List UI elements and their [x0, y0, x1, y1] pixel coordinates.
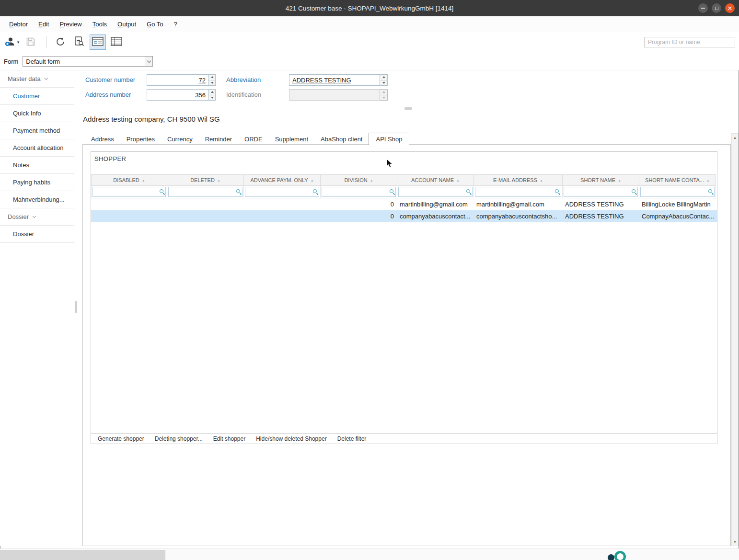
menu-preview[interactable]: Preview — [54, 19, 87, 30]
cell-disabled — [91, 198, 167, 210]
abbreviation-spinner[interactable] — [380, 74, 388, 86]
window-title: 421 Customer base - SHOPAPI_WebwirkungGm… — [286, 5, 454, 12]
sidebar-item-payment-method[interactable]: Payment method — [0, 122, 74, 139]
magnifier-icon — [160, 189, 163, 193]
scroll-down-arrow-icon[interactable]: ▼ — [732, 538, 738, 545]
sidebar: Master data Customer Quick Info Payment … — [0, 70, 74, 546]
form-combobox[interactable]: Default form — [23, 56, 153, 67]
form-view-button[interactable] — [90, 34, 106, 50]
column-header-account-name[interactable]: ACCOUNT NAME▲ — [397, 174, 474, 186]
sidebar-splitter-handle[interactable] — [75, 301, 77, 313]
menu-tools[interactable]: Tools — [87, 19, 112, 30]
form-combobox-dropdown-button[interactable] — [145, 57, 152, 66]
edit-shopper-button[interactable]: Edit shopper — [208, 434, 251, 444]
tab-reminder[interactable]: Reminder — [199, 134, 238, 145]
magnifier-icon — [632, 189, 635, 193]
filter-input-division[interactable] — [322, 187, 396, 197]
menu-edit[interactable]: Edit — [33, 19, 54, 30]
form-selector-row: Form Default form — [0, 53, 739, 70]
sidebar-section-master-data[interactable]: Master data — [0, 70, 74, 88]
address-number-input[interactable] — [147, 89, 209, 101]
column-header-advance-paym-only[interactable]: ADVANCE PAYM. ONLY▲ — [244, 174, 321, 186]
filter-input-short-name-contact[interactable] — [640, 187, 715, 197]
tab-properties[interactable]: Properties — [120, 134, 161, 145]
search-form-button[interactable] — [71, 34, 87, 50]
cell-disabled — [91, 210, 167, 222]
column-header-deleted[interactable]: DELETED▲ — [167, 174, 244, 186]
shopper-filter-row — [91, 186, 717, 198]
scroll-up-arrow-icon[interactable]: ▲ — [732, 134, 738, 141]
column-header-email-address[interactable]: E-MAIL ADDRESS▲ — [474, 174, 563, 186]
menu-help[interactable]: ? — [169, 19, 183, 30]
filter-input-advance-paym-only[interactable] — [245, 187, 319, 197]
column-header-short-name-contact[interactable]: SHORT NAME CONTA...▲ — [639, 174, 716, 186]
filter-input-account-name[interactable] — [398, 187, 473, 197]
chevron-down-icon — [45, 77, 48, 80]
abbreviation-input[interactable] — [289, 74, 380, 86]
filter-cell — [321, 186, 397, 198]
column-header-short-name[interactable]: SHORT NAME▲ — [563, 174, 639, 186]
tab-currency[interactable]: Currency — [161, 134, 199, 145]
cell-short-name-contact: CompnayAbacusContac... — [639, 210, 716, 222]
filter-input-deleted[interactable] — [168, 187, 242, 197]
sidebar-item-quick-info[interactable]: Quick Info — [0, 105, 74, 122]
form-combobox-value: Default form — [23, 58, 145, 65]
maximize-icon — [715, 7, 718, 10]
filter-cell — [167, 186, 244, 198]
close-button[interactable]: ✕ — [725, 3, 735, 13]
sidebar-item-mahnverbindung[interactable]: Mahnverbindung... — [0, 191, 74, 208]
menu-output[interactable]: Output — [112, 19, 141, 30]
filter-input-disabled[interactable] — [92, 187, 166, 197]
toolbar: ▾ — [0, 32, 739, 53]
sidebar-item-dossier[interactable]: Dossier — [0, 226, 74, 243]
titlebar[interactable]: 421 Customer base - SHOPAPI_WebwirkungGm… — [0, 0, 739, 16]
magnifier-icon — [555, 189, 559, 193]
list-view-button[interactable] — [108, 34, 125, 50]
customer-number-input[interactable] — [147, 74, 209, 86]
sort-icon: ▲ — [540, 179, 543, 182]
menu-goto[interactable]: Go To — [141, 19, 168, 30]
tab-abashop-client[interactable]: AbaShop client — [314, 134, 369, 145]
address-number-spinner[interactable] — [209, 89, 216, 101]
identification-field — [289, 89, 388, 101]
save-button[interactable] — [23, 34, 39, 50]
sidebar-section-dossier[interactable]: Dossier — [0, 208, 74, 226]
sidebar-item-customer[interactable]: Customer — [0, 88, 74, 105]
sort-icon: ▲ — [217, 179, 220, 182]
address-number-field — [147, 89, 216, 101]
refresh-button[interactable] — [52, 34, 69, 50]
generate-shopper-button[interactable]: Generate shopper — [92, 434, 150, 444]
collapse-handle[interactable] — [404, 107, 412, 110]
vertical-scrollbar[interactable]: ▲ ▼ — [731, 133, 739, 546]
delete-filter-button[interactable]: Delete filter — [332, 434, 372, 444]
hide-show-deleted-shopper-button[interactable]: Hide/show deleted Shopper — [251, 434, 332, 444]
tab-supplement[interactable]: Supplement — [269, 134, 314, 145]
sidebar-item-account-allocation[interactable]: Account allocation — [0, 139, 74, 157]
sidebar-item-notes[interactable]: Notes — [0, 157, 74, 174]
menu-debtor[interactable]: Debtor — [4, 19, 33, 30]
program-search-input[interactable] — [644, 37, 735, 47]
sidebar-item-paying-habits[interactable]: Paying habits — [0, 174, 74, 191]
form-label: Form — [4, 58, 18, 65]
minimize-button[interactable] — [698, 3, 708, 13]
shopper-section: SHOPPER DISABLED▲ DELETED▲ ADVANCE PAYM.… — [91, 151, 717, 444]
tab-api-shop[interactable]: API Shop — [369, 133, 409, 145]
filter-cell — [244, 186, 321, 198]
maximize-button[interactable] — [712, 3, 721, 13]
tab-orde[interactable]: ORDE — [238, 134, 269, 145]
add-customer-button[interactable]: ▾ — [4, 34, 20, 50]
shopper-row-2[interactable]: 0 companyabacuscontact... companyabacusc… — [91, 210, 717, 222]
deleting-shopper-button[interactable]: Deleting shopper... — [150, 434, 208, 444]
cell-short-name: ADDRESS TESTING — [563, 210, 639, 222]
sort-icon: ▲ — [706, 179, 710, 182]
customer-number-spinner[interactable] — [209, 74, 216, 86]
sort-icon: ▲ — [370, 179, 373, 182]
tab-address[interactable]: Address — [85, 134, 120, 145]
column-header-division[interactable]: DIVISION▲ — [321, 174, 397, 186]
cell-email-address: martinbilling@gmail.com — [474, 198, 563, 210]
filter-input-short-name[interactable] — [564, 187, 638, 197]
shopper-row-1[interactable]: 0 martinbilling@gmail.com martinbilling@… — [91, 198, 717, 210]
column-header-disabled[interactable]: DISABLED▲ — [91, 174, 167, 186]
filter-cell — [639, 186, 716, 198]
filter-input-email-address[interactable] — [475, 187, 561, 197]
